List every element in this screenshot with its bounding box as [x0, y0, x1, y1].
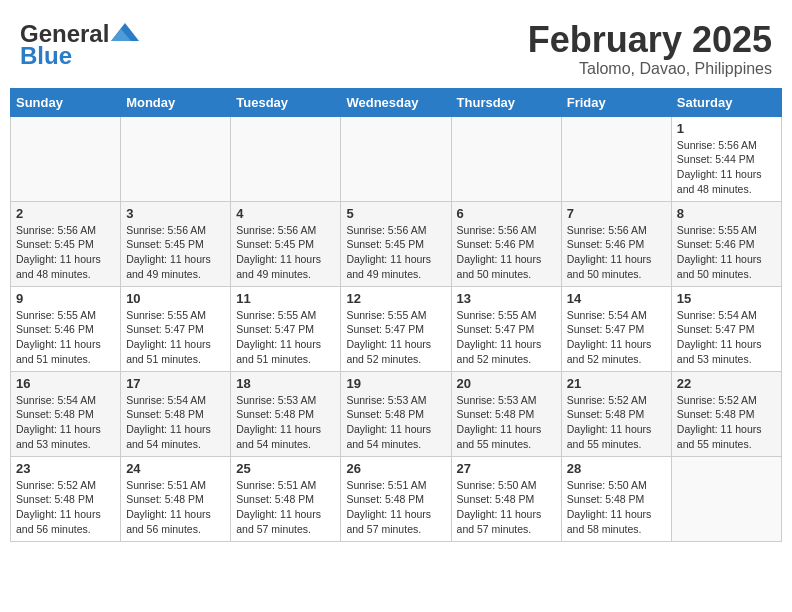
location: Talomo, Davao, Philippines [528, 60, 772, 78]
calendar-cell: 20Sunrise: 5:53 AM Sunset: 5:48 PM Dayli… [451, 371, 561, 456]
day-info: Sunrise: 5:54 AM Sunset: 5:47 PM Dayligh… [567, 308, 666, 367]
day-info: Sunrise: 5:55 AM Sunset: 5:47 PM Dayligh… [236, 308, 335, 367]
day-info: Sunrise: 5:52 AM Sunset: 5:48 PM Dayligh… [16, 478, 115, 537]
day-number: 24 [126, 461, 225, 476]
day-number: 9 [16, 291, 115, 306]
logo: General Blue [20, 20, 139, 70]
day-info: Sunrise: 5:51 AM Sunset: 5:48 PM Dayligh… [236, 478, 335, 537]
day-info: Sunrise: 5:53 AM Sunset: 5:48 PM Dayligh… [346, 393, 445, 452]
calendar-cell: 4Sunrise: 5:56 AM Sunset: 5:45 PM Daylig… [231, 201, 341, 286]
day-number: 1 [677, 121, 776, 136]
calendar-cell: 27Sunrise: 5:50 AM Sunset: 5:48 PM Dayli… [451, 456, 561, 541]
day-info: Sunrise: 5:56 AM Sunset: 5:46 PM Dayligh… [457, 223, 556, 282]
calendar-cell: 7Sunrise: 5:56 AM Sunset: 5:46 PM Daylig… [561, 201, 671, 286]
day-number: 22 [677, 376, 776, 391]
calendar-cell: 23Sunrise: 5:52 AM Sunset: 5:48 PM Dayli… [11, 456, 121, 541]
day-number: 15 [677, 291, 776, 306]
day-info: Sunrise: 5:50 AM Sunset: 5:48 PM Dayligh… [457, 478, 556, 537]
calendar-cell [121, 116, 231, 201]
calendar-cell: 9Sunrise: 5:55 AM Sunset: 5:46 PM Daylig… [11, 286, 121, 371]
logo-icon [111, 23, 139, 41]
day-info: Sunrise: 5:55 AM Sunset: 5:46 PM Dayligh… [677, 223, 776, 282]
day-info: Sunrise: 5:55 AM Sunset: 5:47 PM Dayligh… [346, 308, 445, 367]
calendar-header-row: SundayMondayTuesdayWednesdayThursdayFrid… [11, 88, 782, 116]
weekday-header-wednesday: Wednesday [341, 88, 451, 116]
day-info: Sunrise: 5:56 AM Sunset: 5:45 PM Dayligh… [346, 223, 445, 282]
day-number: 17 [126, 376, 225, 391]
day-info: Sunrise: 5:54 AM Sunset: 5:47 PM Dayligh… [677, 308, 776, 367]
weekday-header-saturday: Saturday [671, 88, 781, 116]
calendar-cell [11, 116, 121, 201]
day-number: 10 [126, 291, 225, 306]
day-info: Sunrise: 5:56 AM Sunset: 5:44 PM Dayligh… [677, 138, 776, 197]
calendar-cell: 1Sunrise: 5:56 AM Sunset: 5:44 PM Daylig… [671, 116, 781, 201]
day-number: 23 [16, 461, 115, 476]
weekday-header-tuesday: Tuesday [231, 88, 341, 116]
month-year: February 2025 [528, 20, 772, 60]
calendar-cell: 3Sunrise: 5:56 AM Sunset: 5:45 PM Daylig… [121, 201, 231, 286]
day-info: Sunrise: 5:56 AM Sunset: 5:45 PM Dayligh… [16, 223, 115, 282]
day-info: Sunrise: 5:53 AM Sunset: 5:48 PM Dayligh… [457, 393, 556, 452]
calendar-cell: 28Sunrise: 5:50 AM Sunset: 5:48 PM Dayli… [561, 456, 671, 541]
calendar-cell: 26Sunrise: 5:51 AM Sunset: 5:48 PM Dayli… [341, 456, 451, 541]
day-info: Sunrise: 5:53 AM Sunset: 5:48 PM Dayligh… [236, 393, 335, 452]
weekday-header-sunday: Sunday [11, 88, 121, 116]
day-number: 11 [236, 291, 335, 306]
calendar-cell: 6Sunrise: 5:56 AM Sunset: 5:46 PM Daylig… [451, 201, 561, 286]
weekday-header-thursday: Thursday [451, 88, 561, 116]
day-info: Sunrise: 5:55 AM Sunset: 5:46 PM Dayligh… [16, 308, 115, 367]
calendar-cell: 19Sunrise: 5:53 AM Sunset: 5:48 PM Dayli… [341, 371, 451, 456]
day-number: 7 [567, 206, 666, 221]
calendar-cell: 24Sunrise: 5:51 AM Sunset: 5:48 PM Dayli… [121, 456, 231, 541]
day-number: 13 [457, 291, 556, 306]
weekday-header-monday: Monday [121, 88, 231, 116]
day-info: Sunrise: 5:52 AM Sunset: 5:48 PM Dayligh… [567, 393, 666, 452]
day-info: Sunrise: 5:52 AM Sunset: 5:48 PM Dayligh… [677, 393, 776, 452]
calendar-cell: 2Sunrise: 5:56 AM Sunset: 5:45 PM Daylig… [11, 201, 121, 286]
calendar-cell: 25Sunrise: 5:51 AM Sunset: 5:48 PM Dayli… [231, 456, 341, 541]
day-info: Sunrise: 5:51 AM Sunset: 5:48 PM Dayligh… [126, 478, 225, 537]
weekday-header-friday: Friday [561, 88, 671, 116]
day-number: 14 [567, 291, 666, 306]
calendar-week-row: 16Sunrise: 5:54 AM Sunset: 5:48 PM Dayli… [11, 371, 782, 456]
calendar-cell: 8Sunrise: 5:55 AM Sunset: 5:46 PM Daylig… [671, 201, 781, 286]
calendar-cell: 14Sunrise: 5:54 AM Sunset: 5:47 PM Dayli… [561, 286, 671, 371]
calendar-cell: 15Sunrise: 5:54 AM Sunset: 5:47 PM Dayli… [671, 286, 781, 371]
calendar-cell [451, 116, 561, 201]
day-number: 25 [236, 461, 335, 476]
day-info: Sunrise: 5:54 AM Sunset: 5:48 PM Dayligh… [16, 393, 115, 452]
calendar-cell: 11Sunrise: 5:55 AM Sunset: 5:47 PM Dayli… [231, 286, 341, 371]
day-number: 20 [457, 376, 556, 391]
calendar-cell: 21Sunrise: 5:52 AM Sunset: 5:48 PM Dayli… [561, 371, 671, 456]
day-info: Sunrise: 5:55 AM Sunset: 5:47 PM Dayligh… [457, 308, 556, 367]
day-number: 19 [346, 376, 445, 391]
calendar-cell: 18Sunrise: 5:53 AM Sunset: 5:48 PM Dayli… [231, 371, 341, 456]
day-info: Sunrise: 5:51 AM Sunset: 5:48 PM Dayligh… [346, 478, 445, 537]
title-section: February 2025 Talomo, Davao, Philippines [528, 20, 772, 78]
day-number: 5 [346, 206, 445, 221]
day-number: 21 [567, 376, 666, 391]
calendar-week-row: 2Sunrise: 5:56 AM Sunset: 5:45 PM Daylig… [11, 201, 782, 286]
calendar-table: SundayMondayTuesdayWednesdayThursdayFrid… [10, 88, 782, 542]
calendar-cell: 17Sunrise: 5:54 AM Sunset: 5:48 PM Dayli… [121, 371, 231, 456]
day-number: 27 [457, 461, 556, 476]
day-number: 28 [567, 461, 666, 476]
day-info: Sunrise: 5:54 AM Sunset: 5:48 PM Dayligh… [126, 393, 225, 452]
day-number: 3 [126, 206, 225, 221]
day-info: Sunrise: 5:56 AM Sunset: 5:45 PM Dayligh… [126, 223, 225, 282]
calendar-cell: 13Sunrise: 5:55 AM Sunset: 5:47 PM Dayli… [451, 286, 561, 371]
calendar-week-row: 23Sunrise: 5:52 AM Sunset: 5:48 PM Dayli… [11, 456, 782, 541]
calendar-week-row: 1Sunrise: 5:56 AM Sunset: 5:44 PM Daylig… [11, 116, 782, 201]
calendar-cell: 12Sunrise: 5:55 AM Sunset: 5:47 PM Dayli… [341, 286, 451, 371]
calendar-cell [671, 456, 781, 541]
page-header: General Blue February 2025 Talomo, Davao… [10, 10, 782, 83]
day-number: 8 [677, 206, 776, 221]
calendar-cell: 10Sunrise: 5:55 AM Sunset: 5:47 PM Dayli… [121, 286, 231, 371]
calendar-cell: 5Sunrise: 5:56 AM Sunset: 5:45 PM Daylig… [341, 201, 451, 286]
calendar-week-row: 9Sunrise: 5:55 AM Sunset: 5:46 PM Daylig… [11, 286, 782, 371]
day-number: 6 [457, 206, 556, 221]
calendar-cell: 22Sunrise: 5:52 AM Sunset: 5:48 PM Dayli… [671, 371, 781, 456]
calendar-cell [341, 116, 451, 201]
day-info: Sunrise: 5:50 AM Sunset: 5:48 PM Dayligh… [567, 478, 666, 537]
day-number: 12 [346, 291, 445, 306]
